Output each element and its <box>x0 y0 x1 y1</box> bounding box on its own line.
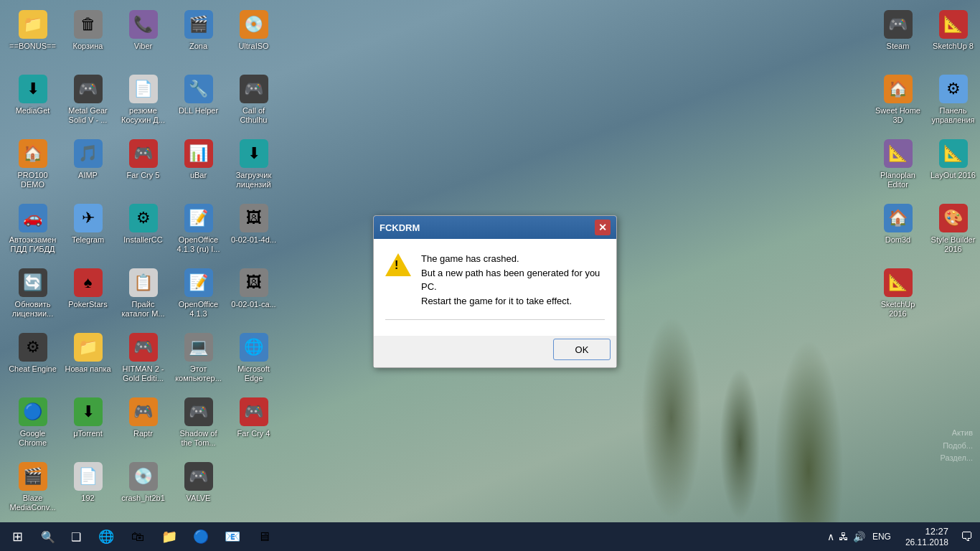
icon-label-farcry5: Far Cry 5 <box>127 171 160 180</box>
desktop-icon-blaze[interactable]: 🎬 Blaze MediaConv... <box>6 458 60 521</box>
desktop-icon-bonus[interactable]: 📁 ==BONUS== <box>6 6 60 69</box>
desktop-icon-aimp[interactable]: 🎵 AIMP <box>61 135 115 198</box>
desktop-icon-pro100[interactable]: 🏠 PRO100 DEMO <box>6 135 60 198</box>
icon-label-cheatengine: Cheat Engine <box>9 364 57 374</box>
desktop-icon-panel-upr[interactable]: ⚙ Панель управления <box>926 70 980 133</box>
desktop-icon-novaya-papka[interactable]: 📁 Новая папка <box>61 329 115 392</box>
desktop-icon-raptr[interactable]: 🎮 Raptr <box>116 393 170 456</box>
icon-img-layout2016: 📐 <box>939 139 968 168</box>
desktop-icon-autoexam[interactable]: 🚗 Автоэкзамен ПДД ГИБДД <box>6 199 60 263</box>
icon-img-openoffice413ru: 📝 <box>184 204 213 232</box>
taskbar-apps: 🌐🛍📁🔵📧🖥 <box>90 522 821 551</box>
desktop-icon-utorrent[interactable]: ⬇ μTorrent <box>61 393 115 456</box>
desktop-icon-valve[interactable]: 🎮 VALVE <box>171 458 225 521</box>
icon-img-sketchup2016: 📐 <box>884 268 913 297</box>
ok-button[interactable]: OK <box>553 339 611 360</box>
icon-img-hitman2: 🎮 <box>129 333 158 362</box>
icon-label-utorrent: μTorrent <box>73 429 103 438</box>
desktop-icon-korzina[interactable]: 🗑 Корзина <box>61 6 115 69</box>
desktop: 📁 ==BONUS== 🗑 Корзина 📞 Viber 🎬 Zona 💿 U… <box>0 0 980 522</box>
taskbar-app-app6-taskbar[interactable]: 🖥 <box>248 522 280 551</box>
icon-img-sweethome3d: 🏠 <box>884 75 913 103</box>
icon-img-korzina: 🗑 <box>74 10 103 39</box>
icon-img-pro100: 🏠 <box>19 139 47 168</box>
dialog-title: FCKDRM <box>380 222 420 233</box>
desktop-icon-planoplan[interactable]: 📐 Planoplan Editor <box>871 135 925 198</box>
desktop-icon-viber[interactable]: 📞 Viber <box>116 6 170 69</box>
icon-img-panel-upr: ⚙ <box>939 75 968 103</box>
icon-img-planoplan: 📐 <box>884 139 913 168</box>
icon-label-raptr: Raptr <box>133 429 153 438</box>
desktop-icon-ultraiso[interactable]: 💿 UltraISO <box>227 6 281 69</box>
dialog-close-button[interactable]: ✕ <box>595 220 611 235</box>
desktop-icon-installercc[interactable]: ⚙ InstallerCC <box>116 199 170 263</box>
desktop-icon-resume[interactable]: 📄 резюме Косухин Д... <box>116 70 170 133</box>
desktop-icon-farcry5[interactable]: 🎮 Far Cry 5 <box>116 135 170 198</box>
taskbar-clock[interactable]: 12:27 26.11.2018 <box>900 526 954 547</box>
desktop-icon-ubar[interactable]: 📊 uBar <box>171 135 225 198</box>
desktop-icon-obnovit[interactable]: 🔄 Обновить лицензии... <box>6 264 60 327</box>
icon-img-telegram: ✈ <box>74 204 103 232</box>
notification-button[interactable]: 🗨 <box>954 522 980 551</box>
desktop-icon-sketchup2016[interactable]: 📐 SketchUp 2016 <box>871 264 925 327</box>
desktop-icon-edge[interactable]: 🌐 Microsoft Edge <box>227 329 281 392</box>
desktop-icon-dll-helper[interactable]: 🔧 DLL Helper <box>171 70 225 133</box>
search-button[interactable]: 🔍 <box>34 522 62 551</box>
desktop-icon-0-02-4d[interactable]: 🖼 0-02-01-4d... <box>227 199 281 263</box>
desktop-icon-cheatengine[interactable]: ⚙ Cheat Engine <box>6 329 60 392</box>
taskbar-app-store-taskbar[interactable]: 🛍 <box>122 522 154 551</box>
task-view-button[interactable]: ❑ <box>62 522 90 551</box>
desktop-icon-zagruzchik[interactable]: ⬇ Загрузчик лицензий <box>227 135 281 198</box>
taskbar-app-icon-store-taskbar: 🛍 <box>129 528 146 545</box>
start-button[interactable]: ⊞ <box>0 522 34 551</box>
desktop-icon-pokerstars[interactable]: ♠ PokerStars <box>61 264 115 327</box>
systray-volume[interactable]: 🔊 <box>853 531 865 542</box>
watermark-line3: Раздел... <box>940 452 973 465</box>
desktop-icon-mediaget[interactable]: ⬇ MediaGet <box>6 70 60 133</box>
desktop-icon-crash[interactable]: 💿 crash_ht2b1 <box>116 458 170 521</box>
desktop-icon-sweethome3d[interactable]: 🏠 Sweet Home 3D <box>871 70 925 133</box>
icon-img-192: 📄 <box>74 462 103 491</box>
desktop-icon-sketchup8[interactable]: 📐 SketchUp 8 <box>926 6 980 69</box>
icon-img-prajs: 📋 <box>129 268 158 297</box>
icon-label-korzina: Корзина <box>73 42 103 51</box>
language-indicator[interactable]: ENG <box>870 532 894 542</box>
desktop-icon-farcry4[interactable]: 🎮 Far Cry 4 <box>227 393 281 456</box>
desktop-icon-metal-gear[interactable]: 🎮 Metal Gear Solid V - ... <box>61 70 115 133</box>
taskbar-app-explorer-taskbar[interactable]: 📁 <box>154 522 185 551</box>
desktop-icon-call-cthulhu[interactable]: 🎮 Call of Cthulhu <box>227 70 281 133</box>
dialog-line3: Restart the game for it to take effect. <box>421 294 605 309</box>
desktop-icon-prajs[interactable]: 📋 Прайс каталог М... <box>116 264 170 327</box>
desktop-icon-telegram[interactable]: ✈ Telegram <box>61 199 115 263</box>
desktop-icon-layout2016[interactable]: 📐 LayOut 2016 <box>926 135 980 198</box>
desktop-icon-dom3d[interactable]: 🏠 Dom3d <box>871 199 925 263</box>
taskbar-app-icon-chrome-taskbar: 🔵 <box>192 528 209 545</box>
taskbar-app-chrome-taskbar[interactable]: 🔵 <box>185 522 217 551</box>
desktop-icon-192[interactable]: 📄 192 <box>61 458 115 521</box>
desktop-icon-etot-kompyuter[interactable]: 💻 Этот компьютер... <box>171 329 225 392</box>
icon-label-blaze: Blaze MediaConv... <box>9 494 57 512</box>
clock-date: 26.11.2018 <box>905 537 948 547</box>
icon-img-metal-gear: 🎮 <box>74 75 103 103</box>
desktop-icon-steam[interactable]: 🎮 Steam <box>871 6 925 69</box>
systray-network[interactable]: 🖧 <box>839 531 849 542</box>
desktop-icon-0-02-ca[interactable]: 🖼 0-02-01-ca... <box>227 264 281 327</box>
desktop-icons-right: 🎮 Steam 📐 SketchUp 8 🏠 Sweet Home 3D ⚙ П… <box>865 0 980 333</box>
icon-label-novaya-papka: Новая папка <box>65 364 110 374</box>
desktop-icon-openoffice413ru[interactable]: 📝 OpenOffice 4.1.3 (ru) I... <box>171 199 225 263</box>
desktop-icon-style-builder[interactable]: 🎨 Style Builder 2016 <box>926 199 980 263</box>
icon-img-autoexam: 🚗 <box>19 204 47 232</box>
taskbar-app-outlook-taskbar[interactable]: 📧 <box>217 522 248 551</box>
desktop-icon-chrome[interactable]: 🔵 Google Chrome <box>6 393 60 456</box>
taskbar-app-icon-explorer-taskbar: 📁 <box>161 528 178 545</box>
desktop-icon-shadow-tomb[interactable]: 🎮 Shadow of the Tom... <box>171 393 225 456</box>
desktop-icon-zona[interactable]: 🎬 Zona <box>171 6 225 69</box>
icon-label-shadow-tomb: Shadow of the Tom... <box>174 429 222 448</box>
taskbar-app-edge-taskbar[interactable]: 🌐 <box>90 522 122 551</box>
icon-img-mediaget: ⬇ <box>19 75 47 103</box>
search-icon: 🔍 <box>41 530 55 544</box>
systray-arrow[interactable]: ∧ <box>827 531 834 542</box>
desktop-icon-hitman2[interactable]: 🎮 HITMAN 2 - Gold Editi... <box>116 329 170 392</box>
icon-label-bonus: ==BONUS== <box>9 42 56 51</box>
desktop-icon-openoffice413[interactable]: 📝 OpenOffice 4.1.3 <box>171 264 225 327</box>
